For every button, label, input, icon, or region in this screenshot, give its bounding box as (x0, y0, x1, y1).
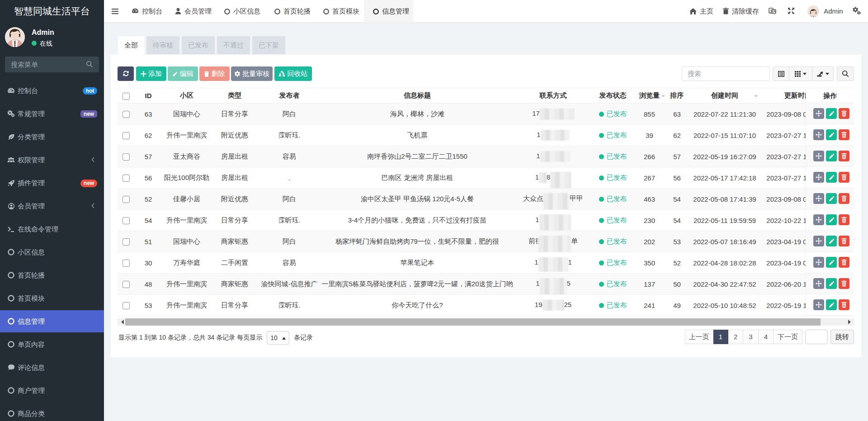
svg-text:A: A (773, 9, 776, 14)
